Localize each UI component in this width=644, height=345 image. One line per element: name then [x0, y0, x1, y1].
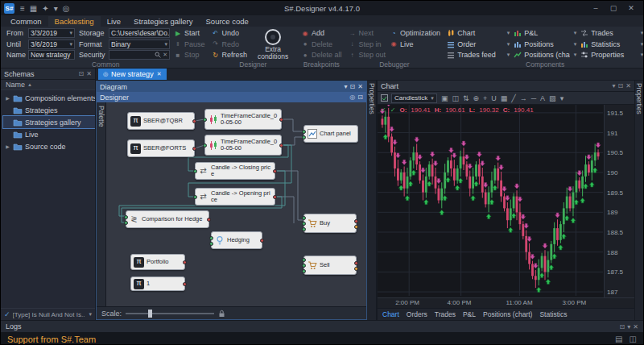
out-port[interactable]	[279, 118, 283, 122]
in-port[interactable]	[302, 222, 306, 226]
chart-tab-chart[interactable]: Chart	[382, 310, 399, 318]
diagram-node-sell[interactable]: Sell	[303, 256, 357, 275]
series-type-select[interactable]: Candlestick ▾	[391, 94, 437, 103]
maximize-button[interactable]: ▢	[605, 2, 622, 15]
chevron-down-icon[interactable]: ▾	[68, 41, 72, 48]
sidebar-item-source-code[interactable]: ▶Source code	[3, 140, 95, 152]
search-icon[interactable]	[155, 52, 161, 58]
in-port[interactable]	[124, 215, 128, 219]
diagram-node-timeframecandle-00-05-00[interactable]: TimeFrameCandle_00-05-00	[204, 109, 282, 130]
properties-tab-right[interactable]: Properties	[634, 81, 643, 320]
chevron-down-icon[interactable]: ▾	[506, 30, 510, 36]
close-icon[interactable]: ✕	[86, 70, 92, 77]
component-positions-chart[interactable]: Positions (chart)▾	[514, 50, 576, 60]
in-port[interactable]	[302, 227, 306, 231]
chevron-down-icon[interactable]: ▾	[559, 94, 565, 102]
pin-icon[interactable]: ⊡	[357, 94, 363, 101]
component-order[interactable]: Order▾	[447, 39, 510, 50]
clear-icon[interactable]: ✕	[161, 52, 167, 58]
hline-tool-icon[interactable]: ─	[530, 94, 537, 102]
sidebar-item-strategies-gallery[interactable]: Strategies gallery	[3, 116, 95, 128]
pause-button[interactable]: ‖Pause	[174, 39, 205, 50]
out-port[interactable]	[183, 260, 187, 264]
out-port[interactable]	[354, 225, 358, 229]
chart-type-checkbox[interactable]	[381, 94, 388, 102]
until-date-input[interactable]: 3/6/2019▾	[28, 39, 75, 49]
add-breakpoint-button[interactable]: ◉Add	[301, 28, 342, 39]
extra-conditions-button[interactable]	[265, 29, 281, 45]
chevron-down-icon[interactable]: ▾	[506, 41, 510, 48]
expander-icon[interactable]: ▶	[5, 95, 10, 101]
chart-tab-positions-chart[interactable]: Positions (chart)	[483, 310, 532, 318]
component-trades[interactable]: Trades▾	[580, 28, 643, 39]
save-icon[interactable]: ▦	[27, 4, 39, 13]
ribbon-tab-live[interactable]: Live	[101, 16, 127, 27]
chevron-down-icon[interactable]: ▾	[639, 52, 644, 58]
panel-toggle-icon[interactable]: ◫	[630, 335, 637, 343]
in-port[interactable]	[209, 236, 213, 240]
pin-icon[interactable]: ⊡	[620, 323, 625, 330]
optimization-button[interactable]: ◔Optimization	[390, 28, 440, 39]
delete-all-breakpoints-button[interactable]: ●Delete all	[301, 50, 342, 60]
security-search-input[interactable]: ✕	[109, 50, 170, 60]
chevron-down-icon[interactable]: ▾	[572, 52, 577, 58]
schemas-filter-row[interactable]: ✓ [Type] Is Null And Not Is... ▾	[1, 308, 95, 320]
chevron-down-icon[interactable]: ▾	[506, 52, 510, 58]
chart-plot[interactable]: ✓ ✓ O:190.41 H:190.61 L:190.32 C:190.41	[378, 105, 604, 297]
step-out-button[interactable]: ↑Step out	[349, 50, 386, 60]
start-button[interactable]: ▶Start	[174, 28, 205, 39]
minimize-button[interactable]: –	[587, 2, 605, 15]
chevron-down-icon[interactable]: ▾	[87, 311, 92, 318]
storage-path-input[interactable]: C:\Users\desar\Do...	[109, 28, 170, 38]
record-icon[interactable]: ◎	[60, 4, 72, 13]
live-button[interactable]: ◉Live	[390, 39, 440, 50]
diagram-node-sber-tqbr[interactable]: πSBER@TQBR	[127, 112, 195, 130]
strategy-name-input[interactable]: New strategy	[28, 50, 75, 60]
component-p-l[interactable]: P&L▾	[514, 28, 576, 39]
palette-tab[interactable]: Palette	[97, 102, 106, 306]
chart-settings-icon[interactable]: ▣	[440, 94, 449, 102]
diagram-node-timeframecandle-00-05-00[interactable]: TimeFrameCandle_00-05-00	[204, 135, 282, 156]
in-port[interactable]	[302, 135, 306, 139]
diagram-node-portfolio[interactable]: πPortfolio	[130, 254, 185, 270]
out-port[interactable]	[354, 261, 358, 265]
from-date-input[interactable]: 3/3/2019▾	[28, 28, 75, 38]
out-port[interactable]	[192, 119, 196, 123]
out-port[interactable]	[260, 239, 264, 243]
sidebar-item-live[interactable]: Live	[3, 128, 95, 140]
component-trades-feed[interactable]: Trades feed▾	[447, 50, 510, 60]
lock-icon[interactable]	[218, 310, 225, 318]
scale-slider-thumb[interactable]	[148, 310, 152, 318]
in-port[interactable]	[302, 264, 306, 268]
in-port[interactable]	[203, 118, 207, 122]
out-port[interactable]	[192, 147, 196, 151]
text-tool-icon[interactable]: A	[539, 94, 546, 102]
in-port[interactable]	[193, 169, 197, 173]
pin-icon[interactable]: ⊡	[618, 82, 624, 89]
chevron-down-icon[interactable]: ▾	[163, 41, 167, 48]
out-port[interactable]	[279, 143, 283, 148]
in-port[interactable]	[302, 269, 306, 273]
diagram-node-hedging[interactable]: Hedging	[211, 231, 262, 249]
ribbon-tab-source-code[interactable]: Source code	[200, 16, 255, 27]
out-port[interactable]	[207, 218, 211, 222]
chart-y-axis[interactable]: 191.5191190.5190189.5189188.5188187.5187	[604, 105, 634, 297]
out-port[interactable]	[273, 195, 277, 199]
in-port[interactable]	[203, 143, 207, 148]
document-tab-new-strategy[interactable]: ◎ New strategy ✕	[98, 69, 167, 80]
component-positions[interactable]: Positions▾	[514, 39, 576, 50]
expander-icon[interactable]: ▶	[5, 143, 10, 149]
in-port[interactable]	[124, 221, 128, 225]
chevron-down-icon[interactable]: ▾	[345, 83, 348, 90]
delete-breakpoint-button[interactable]: ●Delete	[301, 39, 342, 50]
diagram-node-sber-forts[interactable]: πSBER@FORTS	[127, 139, 195, 157]
undo-button[interactable]: ↶Undo	[212, 28, 248, 39]
diagram-node-comparison-for-hedge[interactable]: ≷Comparison for Hedge	[126, 210, 209, 228]
format-select[interactable]: Binary▾	[109, 39, 170, 49]
filter-checkbox[interactable]: ✓	[4, 310, 10, 318]
arrow-tool-icon[interactable]: →	[519, 94, 528, 102]
ribbon-tab-backtesting[interactable]: Backtesting	[48, 16, 101, 27]
eraser-icon[interactable]: ▨	[548, 94, 557, 102]
in-port[interactable]	[209, 242, 213, 246]
pin-icon[interactable]: ⊡	[350, 83, 356, 90]
